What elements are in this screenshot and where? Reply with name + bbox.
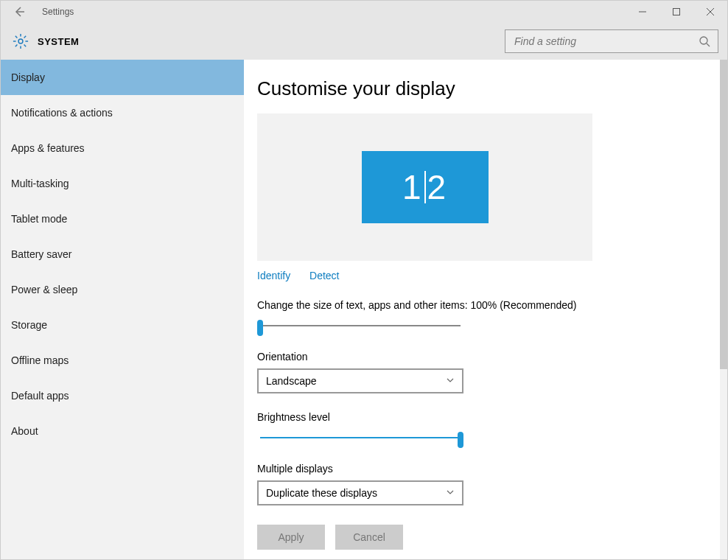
sidebar-item-apps[interactable]: Apps & features: [1, 130, 244, 166]
sidebar-item-power[interactable]: Power & sleep: [1, 272, 244, 307]
sidebar-item-display[interactable]: Display: [1, 60, 244, 95]
window-controls: [626, 1, 727, 23]
back-button[interactable]: [1, 1, 38, 23]
maximize-button[interactable]: [659, 1, 693, 23]
close-button[interactable]: [693, 1, 727, 23]
slider-track-icon: [260, 325, 461, 326]
sidebar-item-notifications[interactable]: Notifications & actions: [1, 95, 244, 130]
orientation-label: Orientation: [257, 351, 718, 363]
sidebar-item-storage[interactable]: Storage: [1, 307, 244, 343]
orientation-dropdown[interactable]: Landscape: [257, 368, 463, 393]
search-box[interactable]: [505, 29, 718, 53]
multi-displays-dropdown[interactable]: Duplicate these displays: [257, 480, 463, 505]
scale-label: Change the size of text, apps and other …: [257, 299, 718, 311]
sidebar-item-defaultapps[interactable]: Default apps: [1, 378, 244, 413]
sidebar-item-label: Notifications & actions: [11, 107, 113, 119]
multi-displays-label: Multiple displays: [257, 463, 718, 475]
orientation-value: Landscape: [266, 375, 317, 387]
sidebar-item-label: Battery saver: [11, 248, 71, 260]
sidebar-item-label: Apps & features: [11, 142, 85, 154]
sidebar-item-label: Multi-tasking: [11, 178, 69, 189]
main-panel: Customise your display 12 Identify Detec…: [244, 60, 727, 559]
multi-displays-value: Duplicate these displays: [266, 487, 377, 499]
cancel-button[interactable]: Cancel: [335, 525, 403, 550]
sidebar-item-label: Storage: [11, 319, 47, 331]
settings-window: Settings SYSTEM Display Notifications & …: [0, 0, 728, 560]
scale-slider[interactable]: [257, 318, 463, 333]
sidebar-item-tablet[interactable]: Tablet mode: [1, 201, 244, 237]
identify-link[interactable]: Identify: [257, 270, 290, 281]
chevron-down-icon: [446, 487, 455, 499]
svg-line-9: [15, 36, 18, 38]
cancel-label: Cancel: [353, 531, 385, 543]
window-title: Settings: [42, 7, 74, 17]
titlebar: Settings: [1, 1, 727, 23]
sidebar-item-label: Power & sleep: [11, 284, 77, 295]
monitor-number-1: 1: [402, 167, 423, 207]
back-arrow-icon: [13, 6, 25, 18]
display-preview[interactable]: 12: [257, 113, 592, 261]
sidebar-item-battery[interactable]: Battery saver: [1, 237, 244, 272]
body: Display Notifications & actions Apps & f…: [1, 60, 727, 559]
search-input[interactable]: [513, 35, 699, 48]
sidebar-item-label: Offline maps: [11, 354, 69, 366]
svg-point-4: [18, 39, 23, 43]
minimize-button[interactable]: [626, 1, 659, 23]
sidebar-item-label: Default apps: [11, 390, 69, 402]
brightness-slider[interactable]: [257, 430, 463, 445]
display-monitor-icon: 12: [362, 151, 489, 223]
sidebar-item-label: Display: [11, 71, 45, 83]
svg-point-13: [700, 37, 707, 44]
detect-link[interactable]: Detect: [309, 270, 339, 281]
search-icon: [699, 35, 710, 47]
header: SYSTEM: [1, 23, 727, 60]
sidebar: Display Notifications & actions Apps & f…: [1, 60, 244, 559]
svg-rect-1: [673, 9, 680, 15]
apply-label: Apply: [278, 531, 304, 543]
main-scroll: Customise your display 12 Identify Detec…: [244, 60, 718, 559]
chevron-down-icon: [446, 375, 455, 387]
monitor-number-2: 2: [427, 167, 448, 207]
svg-line-12: [15, 45, 18, 47]
slider-thumb-icon: [257, 320, 263, 336]
apply-button[interactable]: Apply: [257, 525, 325, 550]
slider-thumb-icon: [458, 432, 463, 448]
sidebar-item-multitasking[interactable]: Multi-tasking: [1, 166, 244, 201]
scrollbar-thumb-icon: [720, 60, 727, 369]
svg-line-11: [24, 36, 27, 38]
header-section-title: SYSTEM: [38, 36, 79, 47]
button-row: Apply Cancel: [257, 525, 718, 550]
page-heading: Customise your display: [257, 77, 718, 100]
sidebar-item-maps[interactable]: Offline maps: [1, 343, 244, 378]
svg-line-14: [707, 43, 710, 46]
brightness-label: Brightness level: [257, 411, 718, 423]
settings-gear-icon: [10, 30, 32, 52]
sidebar-item-label: About: [11, 425, 38, 437]
monitor-divider-icon: [424, 171, 426, 203]
svg-line-10: [24, 45, 27, 47]
sidebar-item-about[interactable]: About: [1, 413, 244, 449]
slider-track-icon: [260, 437, 461, 438]
display-links: Identify Detect: [257, 270, 718, 281]
vertical-scrollbar[interactable]: [720, 60, 727, 559]
sidebar-item-label: Tablet mode: [11, 213, 67, 225]
